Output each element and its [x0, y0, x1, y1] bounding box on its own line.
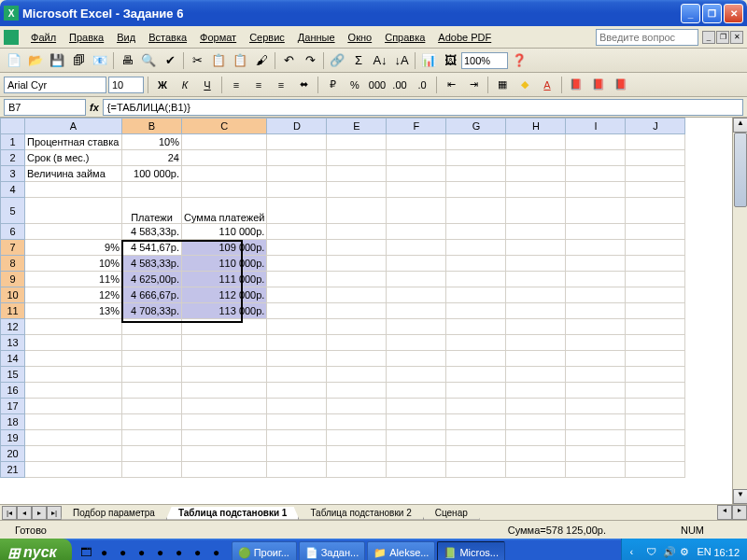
cell[interactable] — [387, 224, 446, 240]
cell[interactable] — [327, 367, 387, 383]
hyperlink-icon[interactable]: 🔗 — [327, 50, 347, 71]
format-painter-icon[interactable]: 🖌 — [251, 50, 272, 71]
align-left-icon[interactable]: ≡ — [226, 75, 247, 95]
col-header-E[interactable]: E — [327, 119, 387, 134]
drawing-icon[interactable]: 🖼 — [440, 50, 460, 71]
cell[interactable] — [122, 383, 182, 399]
ql-icon[interactable]: ● — [208, 544, 225, 560]
cell[interactable] — [267, 287, 327, 303]
col-header-H[interactable]: H — [506, 119, 566, 134]
minimize-button[interactable]: _ — [681, 4, 700, 23]
cell[interactable]: 4 708,33р. — [122, 303, 182, 319]
copy-icon[interactable]: 📋 — [208, 50, 229, 71]
row-header-13[interactable]: 13 — [1, 335, 25, 351]
cell[interactable] — [566, 319, 626, 335]
cell[interactable] — [626, 414, 685, 430]
cell[interactable] — [506, 224, 566, 240]
cell[interactable] — [566, 462, 626, 478]
ql-icon[interactable]: ● — [134, 544, 150, 560]
sheet-tab[interactable]: Подбор параметра — [61, 507, 167, 520]
cell[interactable] — [566, 256, 626, 272]
spreadsheet-grid[interactable]: A B C D E F G H I J 1Процентная ставка10… — [0, 118, 747, 504]
cell[interactable] — [446, 150, 506, 166]
cell[interactable] — [566, 414, 626, 430]
tray-icon[interactable]: ⚙ — [680, 546, 693, 559]
cell[interactable] — [25, 383, 122, 399]
cell[interactable] — [387, 430, 446, 446]
ql-icon[interactable]: ● — [152, 544, 169, 560]
cell[interactable] — [626, 383, 685, 399]
col-header-F[interactable]: F — [387, 119, 446, 134]
cell[interactable] — [566, 383, 626, 399]
cell[interactable] — [387, 414, 446, 430]
row-header-8[interactable]: 8 — [1, 256, 25, 272]
cell[interactable] — [327, 166, 387, 182]
tray-clock[interactable]: 16:12 — [713, 547, 740, 558]
cell[interactable] — [122, 430, 182, 446]
cell[interactable]: 110 000р. — [182, 256, 267, 272]
autosum-icon[interactable]: Σ — [348, 50, 369, 71]
fill-color-icon[interactable]: ◆ — [514, 75, 535, 95]
tray-lang-icon[interactable]: EN — [697, 546, 710, 559]
tab-nav-first[interactable]: |◂ — [2, 506, 17, 520]
cell[interactable] — [506, 446, 566, 462]
cell[interactable] — [267, 367, 327, 383]
sheet-tab[interactable]: Сценар — [423, 507, 480, 520]
cell[interactable] — [327, 414, 387, 430]
cell[interactable] — [25, 367, 122, 383]
menu-edit[interactable]: Правка — [63, 29, 110, 46]
cell[interactable] — [446, 367, 506, 383]
menu-adobe-pdf[interactable]: Adobe PDF — [431, 29, 498, 46]
cell[interactable] — [446, 256, 506, 272]
cell[interactable] — [122, 462, 182, 478]
formula-input[interactable]: {=ТАБЛИЦА(;B1)} — [103, 99, 743, 116]
cell[interactable] — [566, 198, 626, 224]
show-desktop-icon[interactable]: 🗔 — [78, 544, 94, 560]
menu-data[interactable]: Данные — [291, 29, 342, 46]
row-header-6[interactable]: 6 — [1, 224, 25, 240]
cell[interactable] — [566, 150, 626, 166]
cell[interactable] — [25, 224, 122, 240]
row-header-18[interactable]: 18 — [1, 414, 25, 430]
cell[interactable] — [182, 335, 267, 351]
tab-nav-next[interactable]: ▸ — [32, 506, 47, 520]
cell[interactable] — [182, 319, 267, 335]
cell[interactable]: Процентная ставка — [25, 134, 122, 150]
cell[interactable] — [506, 430, 566, 446]
cell[interactable] — [626, 240, 685, 256]
cell[interactable] — [626, 134, 685, 150]
cell[interactable] — [446, 399, 506, 414]
cell[interactable] — [566, 303, 626, 319]
cell[interactable]: 112 000р. — [182, 287, 267, 303]
cell[interactable] — [267, 256, 327, 272]
cell[interactable]: 4 666,67р. — [122, 287, 182, 303]
cell[interactable] — [267, 166, 327, 182]
cell[interactable] — [566, 335, 626, 351]
font-size-box[interactable]: 10 — [108, 77, 144, 93]
new-icon[interactable]: 📄 — [4, 50, 24, 71]
cell[interactable] — [327, 446, 387, 462]
close-button[interactable]: ✕ — [724, 4, 743, 23]
help-search-input[interactable] — [596, 29, 698, 46]
cell[interactable] — [506, 256, 566, 272]
cell[interactable] — [267, 399, 327, 414]
cell[interactable] — [182, 166, 267, 182]
pdf-convert-icon[interactable]: 📕 — [566, 75, 586, 95]
menu-insert[interactable]: Вставка — [142, 29, 193, 46]
taskbar-button[interactable]: 📁Alekse... — [367, 541, 435, 560]
cell[interactable] — [25, 182, 122, 198]
cell[interactable] — [626, 272, 685, 287]
cell[interactable] — [25, 462, 122, 478]
cell[interactable] — [387, 287, 446, 303]
cell[interactable] — [506, 399, 566, 414]
cell[interactable] — [626, 367, 685, 383]
cell[interactable] — [506, 335, 566, 351]
taskbar-button[interactable]: 📄Задан... — [299, 541, 366, 560]
cell[interactable] — [182, 150, 267, 166]
menu-view[interactable]: Вид — [110, 29, 142, 46]
row-header-2[interactable]: 2 — [1, 150, 25, 166]
cell[interactable] — [327, 430, 387, 446]
cell[interactable] — [506, 462, 566, 478]
cell[interactable] — [267, 182, 327, 198]
cell[interactable] — [327, 150, 387, 166]
